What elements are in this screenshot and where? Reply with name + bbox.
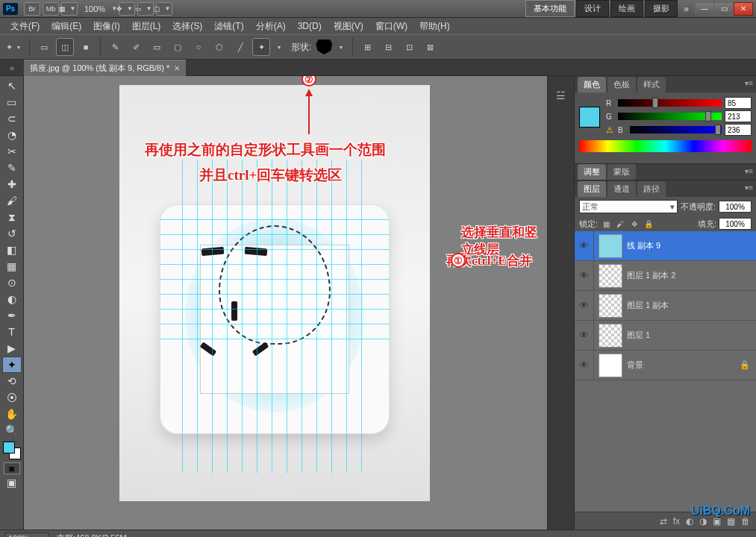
link-icon[interactable]: ⇄ (660, 516, 667, 527)
quick-mask-icon[interactable]: ◙ (4, 462, 20, 474)
ellipse-icon[interactable]: ○ (190, 38, 207, 56)
tool-preset-icon[interactable]: ✦▾ (6, 38, 24, 56)
layer-thumbnail[interactable] (599, 324, 622, 348)
lasso-tool[interactable]: ⊂ (2, 110, 22, 127)
status-zoom[interactable]: 100% (4, 533, 49, 538)
close-button[interactable]: ✕ (734, 2, 753, 16)
color-preview[interactable] (579, 107, 600, 128)
b-value[interactable]: 236 (725, 124, 752, 136)
combine-exclude-icon[interactable]: ⊠ (421, 38, 439, 56)
zoom-combo[interactable]: 100%▼ (84, 4, 119, 13)
layer-thumbnail[interactable] (599, 234, 622, 258)
pen-icon[interactable]: ✎ (106, 38, 124, 56)
stamp-tool[interactable]: ⧗ (2, 209, 22, 225)
tab-swatches[interactable]: 色板 (607, 77, 636, 92)
more-workspaces-icon[interactable]: » (684, 4, 689, 14)
menu-edit[interactable]: 编辑(E) (47, 19, 86, 34)
b-slider[interactable] (630, 126, 722, 134)
blur-tool[interactable]: ⊙ (2, 274, 22, 291)
minimize-button[interactable]: — (695, 2, 714, 16)
workspace-photo[interactable]: 摄影 (645, 0, 678, 17)
tab-color[interactable]: 颜色 (578, 77, 606, 92)
tab-channels[interactable]: 通道 (607, 181, 636, 197)
combine-subtract-icon[interactable]: ⊟ (379, 38, 397, 56)
document-tab[interactable]: 插座.jpg @ 100% (线 副本 9, RGB/8) * ✕ (24, 60, 186, 76)
dodge-tool[interactable]: ◐ (2, 291, 22, 307)
tab-adjustments[interactable]: 调整 (578, 164, 606, 180)
visibility-icon[interactable]: 👁 (575, 351, 594, 380)
layer-item[interactable]: 👁 图层 1 副本 2 (575, 261, 756, 291)
3d-tool[interactable]: ⟲ (2, 373, 22, 389)
quick-select-tool[interactable]: ◔ (2, 127, 22, 143)
viewextras-button[interactable]: ▦▼ (61, 2, 78, 16)
combine-intersect-icon[interactable]: ⊡ (400, 38, 418, 56)
r-slider[interactable] (618, 99, 722, 107)
tab-masks[interactable]: 蒙版 (607, 164, 636, 180)
visibility-icon[interactable]: 👁 (575, 231, 594, 260)
type-tool[interactable]: T (2, 324, 22, 340)
layer-item[interactable]: 👁 图层 1 (575, 321, 756, 351)
shape-layers-icon[interactable]: ▭ (35, 38, 53, 56)
status-menu-icon[interactable]: ▸ (134, 533, 139, 537)
blend-mode-select[interactable]: 正常▾ (579, 200, 678, 213)
screenmode-button[interactable]: ▢▼ (156, 2, 172, 16)
zoom-tool[interactable]: 🔍 (2, 422, 22, 439)
pen-tool[interactable]: ✒ (2, 307, 22, 324)
gamut-warning-icon[interactable]: ⚠ (606, 125, 615, 134)
fill-input[interactable]: 100% (719, 218, 752, 230)
arrange-button[interactable]: ▭▼ (137, 2, 154, 16)
crop-tool[interactable]: ✂ (2, 143, 22, 160)
g-value[interactable]: 213 (725, 110, 752, 122)
panel-menu-icon[interactable]: ▾≡ (745, 167, 753, 175)
combine-add-icon[interactable]: ⊞ (358, 38, 376, 56)
path-select-tool[interactable]: ▶ (2, 340, 22, 357)
bridge-button[interactable]: Br (24, 2, 40, 16)
workspace-paint[interactable]: 绘画 (610, 0, 643, 17)
layer-thumbnail[interactable] (599, 294, 622, 318)
screen-mode-icon[interactable]: ▣ (2, 474, 22, 491)
menu-analysis[interactable]: 分析(A) (252, 19, 290, 34)
r-value[interactable]: 85 (725, 97, 752, 109)
eraser-tool[interactable]: ◧ (2, 242, 22, 258)
lock-move-icon[interactable]: ✥ (628, 219, 640, 229)
lock-all-icon[interactable]: 🔒 (643, 219, 655, 229)
tab-paths[interactable]: 路径 (637, 181, 666, 197)
eyedropper-tool[interactable]: ✎ (2, 160, 22, 176)
menu-filter[interactable]: 滤镜(T) (210, 19, 248, 34)
gradient-tool[interactable]: ▦ (2, 258, 22, 274)
minibridge-button[interactable]: Mb (43, 2, 59, 16)
color-swatches[interactable] (3, 442, 21, 459)
layer-item[interactable]: 👁 线 副本 9 (575, 231, 756, 261)
rounded-rect-icon[interactable]: ▢ (169, 38, 187, 56)
marquee-tool[interactable]: ▭ (2, 94, 22, 110)
move-tool[interactable]: ↖ (2, 78, 22, 94)
paths-icon[interactable]: ◫ (56, 38, 74, 56)
menu-select[interactable]: 选择(S) (168, 19, 207, 34)
layer-item[interactable]: 👁 图层 1 副本 (575, 291, 756, 321)
shape-preview[interactable] (316, 40, 332, 54)
history-panel-icon[interactable]: ☱ (552, 88, 570, 103)
canvas-area[interactable]: 再使用之前的自定形状工具画一个范围 并且ctrl+回车键转选区 选择垂直和竖立线… (24, 76, 547, 530)
layer-item[interactable]: 👁 背景 🔒 (575, 351, 756, 380)
fill-pixels-icon[interactable]: ■ (77, 38, 95, 56)
workspace-design[interactable]: 设计 (576, 0, 609, 17)
freeform-pen-icon[interactable]: ✐ (127, 38, 145, 56)
collapse-toolbox-icon[interactable]: « (0, 63, 24, 72)
visibility-icon[interactable]: 👁 (575, 261, 594, 290)
fx-icon[interactable]: fx (673, 516, 680, 527)
layer-thumbnail[interactable] (599, 264, 622, 288)
history-brush-tool[interactable]: ↺ (2, 225, 22, 242)
tab-layers[interactable]: 图层 (578, 181, 606, 197)
custom-shape-icon[interactable]: ✦ (252, 38, 270, 56)
panel-menu-icon[interactable]: ▾≡ (745, 79, 753, 87)
brush-tool[interactable]: 🖌 (2, 192, 22, 209)
maximize-button[interactable]: ▭ (714, 2, 734, 16)
menu-file[interactable]: 文件(F) (6, 19, 44, 34)
workspace-basic[interactable]: 基本功能 (525, 0, 575, 17)
hand-button[interactable]: ✥▼ (119, 2, 135, 16)
menu-layer[interactable]: 图层(L) (128, 19, 166, 34)
layer-thumbnail[interactable] (599, 354, 622, 377)
opacity-input[interactable]: 100% (719, 201, 752, 213)
hand-tool[interactable]: ✋ (2, 406, 22, 422)
rect-icon[interactable]: ▭ (148, 38, 166, 56)
